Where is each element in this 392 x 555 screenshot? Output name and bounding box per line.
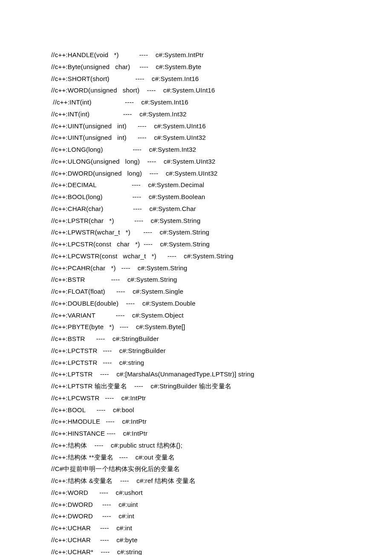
code-line: //c++:结构体 **变量名 ---- c#:out 变量名 (51, 451, 341, 463)
code-line: //c++:PCAHR(char *) ---- c#:System.Strin… (51, 262, 341, 274)
code-line: //c++:UINT(unsigned int) ---- c#:System.… (51, 132, 341, 144)
code-line: //c++:LPCTSTR ---- c#:StringBuilder (51, 345, 341, 357)
code-line: //c++:UINT(unsigned int) ---- c#:System.… (51, 120, 341, 132)
code-line: //c++:BOOL ---- c#:bool (51, 404, 341, 416)
code-line: //c++:LPWSTR(wchar_t *) ---- c#:System.S… (51, 226, 341, 238)
code-line: //c++:HINSTANCE ---- c#:IntPtr (51, 428, 341, 439)
code-line: //c++:INT(int) ---- c#:System.Int16 (51, 96, 341, 108)
code-line: //c++:LPCWSTR(const wchar_t *) ---- c#:S… (51, 250, 341, 262)
code-line: //c++:结构体 ---- c#:public struct 结构体{}; (51, 439, 341, 451)
code-line: //c++:WORD(unsigned short) ---- c#:Syste… (51, 84, 341, 96)
code-line: //c++:CHAR(char) ---- c#:System.Char (51, 203, 341, 215)
code-line: //c++:PBYTE(byte *) ---- c#:System.Byte[… (51, 321, 341, 333)
code-line: //c++:DWORD(unsigned long) ---- c#:Syste… (51, 168, 341, 179)
code-line: //c++:BOOL(long) ---- c#:System.Boolean (51, 191, 341, 203)
code-line: //c++:HMODULE ---- c#:IntPtr (51, 416, 341, 428)
code-mapping-list: //c++:HANDLE(void *) ---- c#:System.IntP… (51, 49, 341, 555)
code-line: //c++:HANDLE(void *) ---- c#:System.IntP… (51, 49, 341, 61)
code-line: //c++:UCHAR ---- c#:byte (51, 534, 341, 546)
code-line: //c++:VARIANT ---- c#:System.Object (51, 309, 341, 321)
code-line: //c++:LPTSTR 输出变量名 ---- c#:StringBuilder… (51, 380, 341, 392)
code-line: //c++:BSTR ---- c#:StringBuilder (51, 333, 341, 345)
document-page: //c++:HANDLE(void *) ---- c#:System.IntP… (0, 0, 392, 555)
code-line: //c++:DWORD ---- c#:uint (51, 499, 341, 511)
code-line: //c++:LPCWSTR ---- c#:IntPtr (51, 392, 341, 404)
code-line: //c++:Byte(unsigned char) ---- c#:System… (51, 61, 341, 73)
code-line: //c++:UCHAR ---- c#:int (51, 522, 341, 534)
code-line: //c++:INT(int) ---- c#:System.Int32 (51, 108, 341, 120)
code-line: //c++:SHORT(short) ---- c#:System.Int16 (51, 73, 341, 85)
code-line: //c++:WORD ---- c#:ushort (51, 487, 341, 499)
code-line: //c++:结构体 &变量名 ---- c#:ref 结构体 变量名 (51, 475, 341, 487)
code-line: //c++:LPCTSTR ---- c#:string (51, 357, 341, 369)
code-line: //C#中提前申明一个结构体实例化后的变量名 (51, 463, 341, 475)
code-line: //c++:LPSTR(char *) ---- c#:System.Strin… (51, 215, 341, 227)
code-line: //c++:DWORD ---- c#:int (51, 510, 341, 522)
code-line: //c++:LPTSTR ---- c#:[MarshalAs(Unmanage… (51, 368, 341, 380)
code-line: //c++:LPCSTR(const char *) ---- c#:Syste… (51, 238, 341, 250)
code-line: //c++:ULONG(unsigned long) ---- c#:Syste… (51, 156, 341, 168)
code-line: //c++:DOUBLE(double) ---- c#:System.Doub… (51, 298, 341, 309)
code-line: //c++:BSTR ---- c#:System.String (51, 274, 341, 286)
code-line: //c++:LONG(long) ---- c#:System.Int32 (51, 144, 341, 156)
code-line: //c++:FLOAT(float) ---- c#:System.Single (51, 286, 341, 298)
code-line: //c++:UCHAR* ---- c#:string (51, 546, 341, 555)
code-line: //c++:DECIMAL ---- c#:System.Decimal (51, 179, 341, 191)
